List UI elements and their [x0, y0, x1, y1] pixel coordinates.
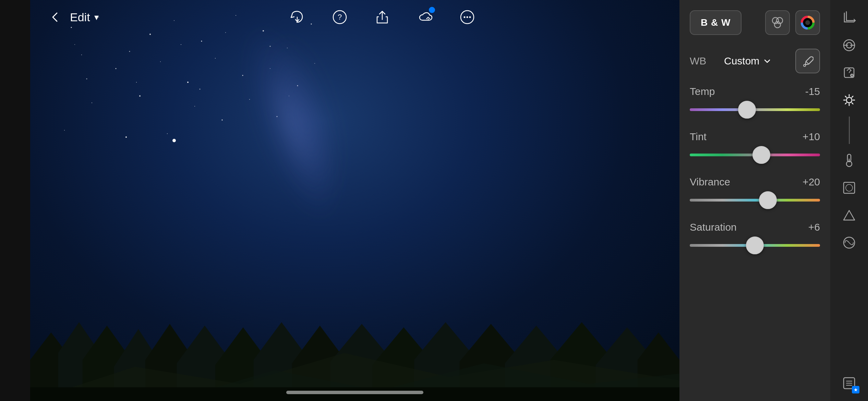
tint-header: Tint +10	[690, 131, 820, 143]
panel-top-icons	[765, 10, 820, 35]
svg-point-9	[81, 54, 82, 55]
svg-point-92	[846, 184, 853, 191]
svg-line-86	[845, 103, 847, 104]
svg-point-35	[136, 82, 137, 83]
svg-point-10	[116, 68, 117, 69]
svg-point-69	[805, 20, 810, 25]
sidebar-divider	[849, 117, 850, 144]
sidebar-item-vignette[interactable]	[837, 175, 861, 200]
tint-section: Tint +10	[679, 125, 830, 171]
left-bar	[0, 0, 30, 401]
svg-point-13	[215, 58, 216, 59]
svg-point-24	[125, 136, 127, 138]
photo-area: Edit ▾ ?	[30, 0, 679, 401]
scroll-indicator	[286, 391, 423, 394]
svg-point-62	[463, 16, 465, 18]
saturation-header: Saturation +6	[690, 221, 820, 233]
svg-point-63	[466, 16, 468, 18]
svg-rect-91	[844, 182, 855, 193]
toolbar-left: Edit ▾	[44, 6, 99, 28]
sidebar-item-color-temp[interactable]	[837, 148, 861, 173]
svg-text:✦: ✦	[851, 74, 853, 77]
temp-label: Temp	[690, 86, 715, 97]
saturation-slider[interactable]	[690, 238, 820, 253]
saturation-label: Saturation	[690, 221, 737, 233]
svg-line-83	[845, 96, 847, 98]
back-button[interactable]	[44, 6, 66, 28]
svg-point-19	[194, 106, 195, 107]
temp-thumb[interactable]	[738, 101, 756, 119]
vibrance-track	[690, 199, 820, 202]
cloud-sync-button[interactable]	[414, 6, 436, 28]
vibrance-thumb[interactable]	[759, 191, 777, 209]
sidebar-item-light[interactable]	[837, 88, 861, 112]
vibrance-header: Vibrance +20	[690, 176, 820, 188]
tint-slider[interactable]	[690, 147, 820, 162]
sidebar-item-healing[interactable]	[837, 33, 861, 58]
svg-line-84	[852, 103, 853, 104]
tint-label: Tint	[690, 131, 707, 143]
right-sidebar: ✦	[830, 0, 868, 401]
sidebar-item-lens[interactable]	[837, 230, 861, 255]
right-panel: B & W	[679, 0, 830, 401]
svg-rect-90	[844, 182, 855, 193]
vibrance-slider[interactable]	[690, 193, 820, 208]
svg-point-23	[64, 130, 65, 131]
svg-point-29	[129, 51, 130, 52]
temp-section: Temp -15	[679, 80, 830, 125]
svg-point-11	[160, 61, 161, 62]
svg-line-85	[852, 96, 853, 98]
svg-point-28	[74, 44, 75, 45]
toolbar: Edit ▾ ?	[30, 0, 679, 34]
help-button[interactable]: ?	[329, 6, 351, 28]
temp-header: Temp -15	[690, 86, 820, 97]
trees-silhouette	[30, 291, 679, 401]
svg-line-70	[806, 61, 809, 64]
share-button[interactable]	[371, 6, 393, 28]
undo-button[interactable]	[286, 6, 308, 28]
svg-point-4	[201, 41, 202, 42]
svg-point-18	[139, 95, 141, 97]
sidebar-item-geometry[interactable]	[837, 203, 861, 228]
wb-label: WB	[690, 55, 710, 67]
wb-row: WB Custom	[679, 42, 830, 80]
svg-text:?: ?	[338, 13, 342, 21]
saturation-thumb[interactable]	[746, 236, 764, 254]
sidebar-item-crop-rotate[interactable]	[837, 5, 861, 30]
vibrance-section: Vibrance +20	[679, 171, 830, 216]
tint-value: +10	[803, 131, 820, 143]
more-options-button[interactable]	[456, 6, 478, 28]
sidebar-item-ai-enhance[interactable]: ✦	[837, 60, 861, 85]
presets-star-badge: ★	[852, 386, 859, 393]
sidebar-item-presets[interactable]: ★	[837, 371, 861, 396]
cloud-sync-indicator	[429, 7, 435, 13]
svg-point-78	[846, 97, 852, 103]
color-wheel-button[interactable]	[795, 10, 820, 35]
vibrance-value: +20	[803, 176, 820, 188]
edit-label: Edit	[70, 11, 90, 24]
temp-slider[interactable]	[690, 102, 820, 117]
svg-point-20	[222, 120, 223, 121]
bw-button[interactable]: B & W	[690, 10, 742, 35]
svg-point-36	[200, 89, 201, 90]
mix-icon-button[interactable]	[765, 10, 790, 35]
panel-top: B & W	[679, 0, 830, 42]
tint-thumb[interactable]	[752, 146, 770, 164]
svg-line-72	[805, 64, 806, 65]
edit-dropdown[interactable]: Edit ▾	[70, 11, 99, 24]
vibrance-label: Vibrance	[690, 176, 730, 188]
saturation-value: +6	[808, 221, 820, 233]
svg-point-30	[181, 44, 181, 45]
svg-rect-57	[30, 387, 679, 401]
svg-point-25	[167, 133, 168, 134]
svg-point-12	[187, 82, 189, 83]
eyedropper-button[interactable]	[795, 49, 820, 73]
toolbar-center: ?	[99, 6, 666, 28]
svg-point-17	[92, 102, 92, 103]
temp-value: -15	[805, 86, 820, 97]
saturation-section: Saturation +6	[679, 216, 830, 261]
wb-preset-dropdown[interactable]: Custom	[724, 55, 772, 67]
svg-point-27	[173, 139, 175, 142]
wb-preset-value: Custom	[724, 55, 759, 67]
svg-point-64	[469, 16, 471, 18]
